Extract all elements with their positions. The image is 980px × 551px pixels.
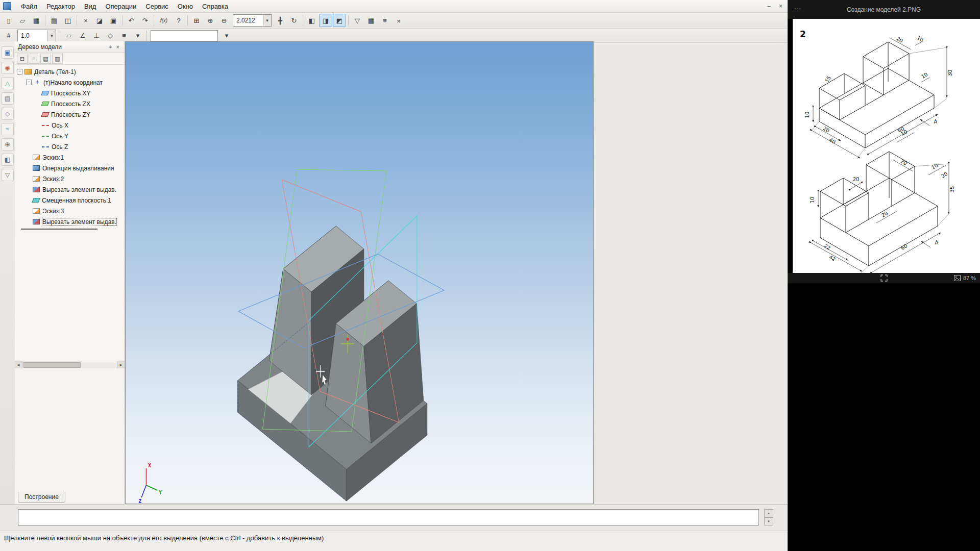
print-preview-button[interactable]: ◫ (61, 14, 75, 27)
tool-selection-button[interactable]: ⊕ (2, 138, 14, 151)
minimize-icon[interactable]: – (767, 3, 771, 10)
spin-down-button[interactable]: ▾ (764, 517, 773, 525)
fx-button[interactable]: f(x) (156, 14, 172, 27)
tree-item-label: Ось Z (52, 143, 68, 151)
scroll-thumb[interactable] (23, 362, 81, 368)
snap-angle-button[interactable]: ∠ (76, 29, 89, 42)
grid-button[interactable]: ▦ (364, 14, 378, 27)
tool-dimension-button[interactable]: ◉ (2, 62, 14, 74)
axis-z-label: Z (139, 498, 142, 504)
menu-справка[interactable]: Справка (198, 1, 233, 12)
tree-item[interactable]: Эскиз:1 (15, 152, 125, 163)
coordinate-dropdown-button[interactable]: ▾ (220, 29, 233, 42)
tree-rollback-bar[interactable] (21, 229, 97, 230)
menu-редактор[interactable]: Редактор (42, 1, 80, 12)
paste-button[interactable]: ▣ (107, 14, 120, 27)
image-mode-icon[interactable] (954, 275, 961, 281)
pan-button[interactable]: ╋ (274, 14, 287, 27)
scroll-track[interactable] (22, 361, 117, 368)
snap-dropdown-button[interactable]: ▾ (131, 29, 144, 42)
snap-grid-button[interactable]: # (2, 29, 15, 42)
tree-item[interactable]: Ось Z (15, 141, 125, 152)
tree-expander[interactable]: − (17, 69, 22, 74)
tree-item[interactable]: Операция выдавливания (15, 163, 125, 173)
tree-item-label: Плоскость ZX (51, 101, 90, 108)
tree-view-2-button[interactable]: ▥ (52, 54, 63, 64)
cut-button[interactable]: × (79, 14, 92, 27)
tree-item[interactable]: Плоскость ZX (15, 98, 125, 109)
view-shaded-button[interactable]: ◨ (319, 14, 332, 27)
zoom-level-combo[interactable]: 2.0212▾ (233, 14, 272, 27)
zoom-in-button[interactable]: ⊕ (204, 14, 217, 27)
redo-button[interactable]: ↷ (138, 14, 152, 27)
snap-list-button[interactable]: ≡ (117, 29, 131, 42)
tree-item[interactable]: Вырезать элемент выдав. (15, 216, 125, 227)
3d-viewport[interactable]: X Y Z (125, 41, 594, 504)
tool-measure-button[interactable]: ≈ (2, 123, 14, 135)
tool-parametrize-button[interactable]: ◇ (2, 108, 14, 120)
close-icon[interactable]: × (114, 44, 121, 50)
property-input[interactable] (18, 509, 759, 525)
snap-parallel-button[interactable]: ▱ (62, 29, 76, 42)
chevron-down-icon[interactable]: ▾ (47, 30, 56, 41)
view-shaded-edges-button[interactable]: ◩ (333, 14, 346, 27)
tree-item[interactable]: Вырезать элемент выдав. (15, 184, 125, 195)
tree-item[interactable]: Эскиз:3 (15, 206, 125, 216)
menu-операции[interactable]: Операции (101, 1, 141, 12)
tree-collapse-button[interactable]: ⊟ (17, 54, 28, 64)
open-button[interactable]: ▱ (16, 14, 29, 27)
tree-item[interactable]: Ось X (15, 120, 125, 131)
viewport-canvas[interactable]: X Y Z (126, 42, 593, 504)
tree-item[interactable]: Плоскость XY (15, 88, 125, 98)
more-button[interactable]: » (392, 14, 405, 27)
tree-view-1-button[interactable]: ▤ (40, 54, 51, 64)
snap-point-button[interactable]: ◇ (104, 29, 117, 42)
new-button[interactable]: ▯ (2, 14, 15, 27)
rotate-button[interactable]: ↻ (287, 14, 301, 27)
pin-icon[interactable]: ⌖ (107, 44, 114, 50)
tree-item[interactable]: Плоскость ZY (15, 109, 125, 120)
dimension-label: 30 (947, 70, 953, 77)
tool-geometry-button[interactable]: ▣ (2, 46, 14, 59)
tree-item[interactable]: Смещенная плоскость:1 (15, 195, 125, 206)
viewer-menu-button[interactable]: … (794, 2, 802, 11)
menu-файл[interactable]: Файл (16, 1, 42, 12)
menu-вид[interactable]: Вид (80, 1, 101, 12)
tool-edit-button[interactable]: ▤ (2, 92, 14, 105)
tool-designation-button[interactable]: △ (2, 77, 14, 89)
help-cursor-button[interactable]: ? (172, 14, 185, 27)
coordinate-input[interactable] (151, 30, 218, 41)
snap-perpendicular-button[interactable]: ⊥ (90, 29, 103, 42)
filter-button[interactable]: ▽ (351, 14, 364, 27)
layers-button[interactable]: ≡ (378, 14, 391, 27)
print-button[interactable]: ▤ (47, 14, 61, 27)
tree-item[interactable]: −Деталь (Тел-1) (15, 66, 125, 77)
current-step-combo[interactable]: 1.0▾ (17, 30, 56, 42)
menu-сервис[interactable]: Сервис (141, 1, 173, 12)
tree-item[interactable]: −+(т)Начало координат (15, 77, 125, 88)
copy-button[interactable]: ◪ (93, 14, 106, 27)
tree-structure-button[interactable]: ≡ (29, 54, 39, 64)
tool-reports-button[interactable]: ▽ (2, 169, 14, 181)
tree-expander[interactable]: − (26, 80, 32, 85)
toolbar-separator (154, 15, 154, 26)
zoom-area-button[interactable]: ⊞ (190, 14, 203, 27)
save-button[interactable]: ▦ (30, 14, 43, 27)
tree-horizontal-scrollbar[interactable]: ◄ ► (15, 361, 125, 368)
scroll-right-button[interactable]: ► (117, 361, 125, 368)
tool-spec-button[interactable]: ◧ (2, 154, 14, 166)
close-icon[interactable]: × (779, 3, 782, 10)
tab-construction[interactable]: Построение (18, 492, 65, 503)
fullscreen-icon[interactable] (880, 274, 888, 282)
menu-окно[interactable]: Окно (173, 1, 198, 12)
chevron-down-icon[interactable]: ▾ (263, 15, 271, 26)
status-bar: Щелкните левой кнопкой мыши на объекте д… (0, 531, 788, 551)
zoom-out-button[interactable]: ⊖ (217, 14, 231, 27)
scroll-left-button[interactable]: ◄ (15, 361, 22, 368)
tree-item[interactable]: Ось Y (15, 131, 125, 141)
tree-item[interactable]: Эскиз:2 (15, 173, 125, 184)
view-wireframe-button[interactable]: ◧ (305, 14, 318, 27)
model-body[interactable] (238, 226, 427, 501)
undo-button[interactable]: ↶ (125, 14, 138, 27)
spin-up-button[interactable]: ▴ (764, 509, 773, 517)
